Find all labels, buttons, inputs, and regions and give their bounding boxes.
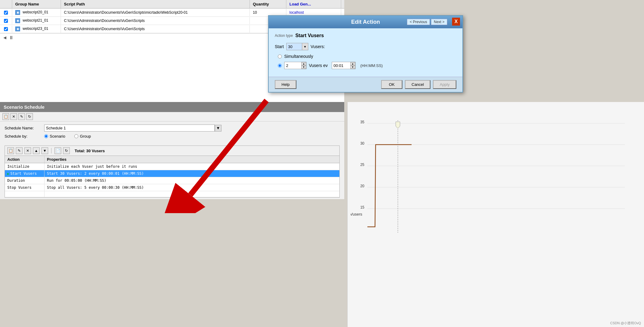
row3-check[interactable] <box>0 26 12 33</box>
gs-refresh-btn[interactable]: ↻ <box>63 147 70 154</box>
group-radio[interactable] <box>74 134 78 138</box>
every-radio[interactable] <box>278 64 282 68</box>
time-spin-buttons: ▲ ▼ <box>350 62 355 69</box>
spin-up[interactable]: ▲ <box>301 62 306 65</box>
start-label: Start <box>275 44 284 49</box>
dialog-close-button[interactable]: X <box>452 18 460 26</box>
vuser-count-container: ▲ ▼ <box>284 62 306 69</box>
gs-down-btn[interactable]: ▼ <box>41 147 48 154</box>
simultaneously-label: Simultaneously <box>284 54 313 59</box>
refresh-btn[interactable]: ↻ <box>26 113 33 120</box>
dialog-titlebar: Edit Action X < Previous Next > <box>269 16 462 28</box>
vuser-count-input[interactable] <box>285 62 301 69</box>
gs-props-stop-vusers: Stop all Vusers: 5 every 00:00:30 (HH:MM… <box>44 184 339 191</box>
simultaneously-radio[interactable] <box>278 54 282 58</box>
gs-action-start-vusers: ▶ Start Vusers <box>5 170 44 177</box>
schedule-name-input[interactable] <box>44 125 215 132</box>
col-header-group: Group Name <box>12 0 61 8</box>
gs-header-action: Action <box>5 156 44 163</box>
help-button[interactable]: Help <box>275 80 296 89</box>
gs-row-duration[interactable]: Duration Run for 00:05:00 (HH:MM:SS) <box>5 177 339 184</box>
apply-button[interactable]: Apply <box>433 80 456 89</box>
gs-edit-btn[interactable]: ✎ <box>16 147 23 154</box>
row1-group: ▣ webscript20_01 <box>12 9 61 16</box>
row3-group: ▣ webscript23_01 <box>12 25 61 33</box>
schedule-form: Schedule Name: ▼ Schedule by: Scenario G… <box>0 121 344 144</box>
gs-up-btn[interactable]: ▲ <box>33 147 40 154</box>
global-schedule-section: 📋 ✎ ✕ ▲ ▼ 📄 ↻ Total: 30 Vusers Action Pr… <box>5 146 340 198</box>
action-type-row: Action type Start Vusers <box>275 33 456 38</box>
start-input[interactable] <box>287 44 302 50</box>
time-spin-down[interactable]: ▼ <box>350 65 355 69</box>
scenario-radio[interactable] <box>44 134 48 138</box>
time-spin-up[interactable]: ▲ <box>350 62 355 65</box>
svg-text:35: 35 <box>360 120 365 124</box>
action-type-label: Action type <box>275 33 293 38</box>
every-vusers-option[interactable]: ▲ ▼ Vusers ev ▲ ▼ (HH:MM:SS) <box>278 62 456 69</box>
delete-btn[interactable]: ✕ <box>10 113 17 120</box>
schedule-by-label: Schedule by: <box>5 134 44 139</box>
row1-script: C:\Users\Administrator\Documents\VuGen\S… <box>61 9 250 16</box>
gs-props-initialize: Initialize each Vuser just before it run… <box>44 163 339 170</box>
gs-action-initialize: Initialize <box>5 163 44 170</box>
gs-copy-btn[interactable]: 📄 <box>55 147 61 154</box>
svg-text:15: 15 <box>360 205 365 209</box>
new-schedule-btn[interactable]: 📋 <box>2 113 9 120</box>
spin-buttons: ▲ ▼ <box>301 62 306 69</box>
simultaneously-option[interactable]: Simultaneously <box>278 54 456 59</box>
row2-check[interactable] <box>0 17 12 24</box>
edit-action-dialog: Edit Action X < Previous Next > Action t… <box>268 15 463 93</box>
gs-row-start-vusers[interactable]: ▶ Start Vusers Start 30 Vusers: 2 every … <box>5 170 339 177</box>
schedule-by-scenario-option[interactable]: Scenario <box>44 134 65 139</box>
schedule-by-row: Schedule by: Scenario Group <box>5 134 340 139</box>
scenario-schedule-section: Scenario Schedule 📋 ✕ ✎ ↻ Schedule Name:… <box>0 102 344 199</box>
schedule-toolbar: 📋 ✕ ✎ ↻ <box>0 112 344 121</box>
gs-row-empty <box>5 191 339 197</box>
dialog-nav: < Previous Next > <box>407 19 447 25</box>
cursor-indicator <box>396 122 400 128</box>
gs-row-initialize[interactable]: Initialize Initialize each Vuser just be… <box>5 163 339 170</box>
schedule-name-label: Schedule Name: <box>5 126 44 130</box>
ok-button[interactable]: OK <box>381 80 402 89</box>
edit-btn[interactable]: ✎ <box>18 113 25 120</box>
dialog-body: Action type Start Vusers Start ▼ Vusers:… <box>269 28 462 77</box>
schedule-name-row: Schedule Name: ▼ <box>5 125 340 132</box>
play-icon: ▶ <box>7 172 9 175</box>
vusers-chart: Vusers 35 30 25 20 15 <box>351 105 641 324</box>
chart-area: Vusers 35 30 25 20 15 <box>347 102 644 327</box>
svg-text:20: 20 <box>360 184 365 188</box>
row3-script: C:\Users\Administrator\Documents\VuGen\S… <box>61 25 250 33</box>
start-row: Start ▼ Vusers: <box>275 43 456 50</box>
scroll-pause-icon[interactable]: ⏸ <box>9 35 14 40</box>
dialog-footer: Help OK Cancel Apply <box>269 77 462 92</box>
schedule-name-dropdown[interactable]: ▼ <box>215 125 221 132</box>
gs-action-duration: Duration <box>5 177 44 184</box>
time-input[interactable] <box>332 62 350 69</box>
start-input-container: ▼ <box>286 43 308 50</box>
gs-delete-btn[interactable]: ✕ <box>24 147 31 154</box>
row1-check[interactable] <box>0 9 12 16</box>
y-axis-label: Vusers <box>351 212 362 216</box>
vusers-label: Vusers: <box>311 44 325 49</box>
time-input-container: ▲ ▼ <box>332 62 356 69</box>
script-icon: ▣ <box>15 18 20 23</box>
col-header-script: Script Path <box>61 0 250 8</box>
spin-down[interactable]: ▼ <box>301 65 306 69</box>
gs-header-props: Properties <box>44 156 339 163</box>
gs-add-btn[interactable]: 📋 <box>7 147 14 154</box>
start-dropdown[interactable]: ▼ <box>302 43 308 50</box>
watermark: CSDN @小透明OvQ <box>610 321 641 325</box>
svg-marker-11 <box>396 122 400 128</box>
script-icon: ▣ <box>15 26 20 31</box>
schedule-by-group-option[interactable]: Group <box>74 134 91 139</box>
prev-button[interactable]: < Previous <box>407 19 430 25</box>
col-header-load: Load Gen... <box>286 0 341 8</box>
row2-group: ▣ webscript21_01 <box>12 17 61 25</box>
cancel-button[interactable]: Cancel <box>405 80 430 89</box>
radio-section: Simultaneously ▲ ▼ Vusers ev ▲ <box>278 54 456 69</box>
gs-row-stop-vusers[interactable]: Stop Vusers Stop all Vusers: 5 every 00:… <box>5 184 339 191</box>
next-button[interactable]: Next > <box>431 19 447 25</box>
scroll-left-icon[interactable]: ◄ <box>2 35 7 40</box>
svg-text:30: 30 <box>360 141 365 146</box>
action-type-value: Start Vusers <box>295 33 324 38</box>
